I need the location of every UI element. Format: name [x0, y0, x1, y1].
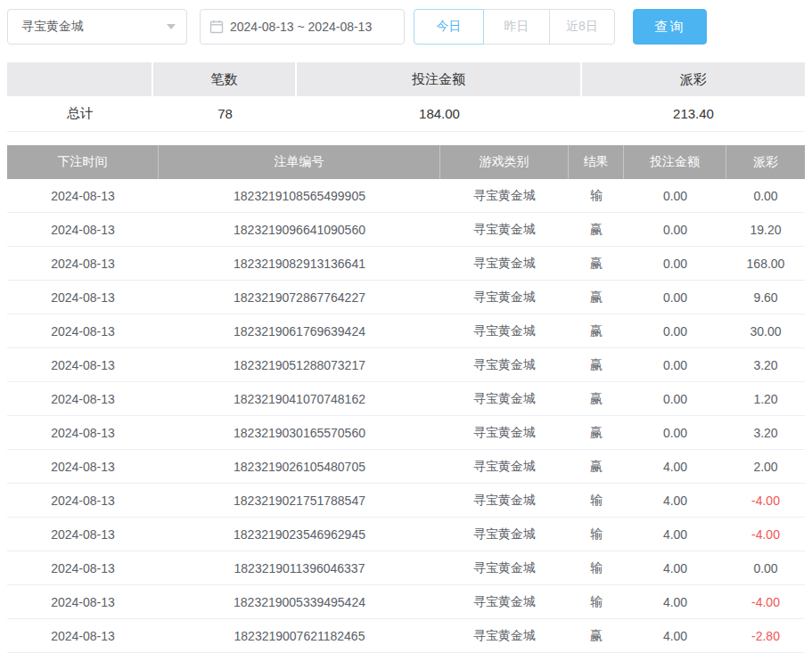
header-order-id: 注单编号: [159, 145, 440, 179]
summary-total-row: 总计 78 184.00 213.40: [7, 96, 805, 132]
cell-bet-time: 2024-08-13: [7, 348, 159, 382]
summary-total-payout: 213.40: [582, 96, 805, 132]
cell-result: 赢: [569, 416, 624, 450]
table-row: 2024-08-13 1823219061769639424 寻宝黄金城 赢 0…: [7, 314, 805, 348]
game-select[interactable]: 寻宝黄金城: [7, 9, 187, 45]
cell-order-id: 1823219007621182465: [159, 619, 440, 653]
header-bet-time: 下注时间: [7, 145, 159, 179]
summary-header-payout: 派彩: [582, 62, 805, 96]
cell-result: 赢: [569, 213, 624, 247]
chevron-down-icon: [167, 24, 176, 29]
cell-payout: 3.20: [726, 348, 805, 382]
cell-bet-time: 2024-08-13: [7, 247, 159, 281]
table-row: 2024-08-13 1823219021751788547 寻宝黄金城 输 4…: [7, 484, 805, 518]
quick-range-group: 今日 昨日 近8日: [414, 9, 615, 45]
cell-order-id: 1823219096641090560: [159, 213, 440, 247]
query-button[interactable]: 查询: [633, 9, 707, 45]
summary-header-row: 笔数 投注金额 派彩: [7, 62, 805, 96]
cell-game-type: 寻宝黄金城: [440, 382, 569, 416]
cell-order-id: 1823219108565499905: [159, 179, 440, 213]
cell-game-type: 寻宝黄金城: [440, 551, 569, 585]
summary-table: 笔数 投注金额 派彩 总计 78 184.00 213.40: [7, 62, 805, 132]
date-range-picker[interactable]: 2024-08-13 ~ 2024-08-13: [200, 9, 405, 45]
cell-bet-amount: 4.00: [624, 619, 726, 653]
summary-total-bet-amount: 184.00: [297, 96, 582, 132]
cell-payout: 19.20: [726, 213, 805, 247]
cell-bet-time: 2024-08-13: [7, 619, 159, 653]
table-row: 2024-08-13 1823219030165570560 寻宝黄金城 赢 0…: [7, 416, 805, 450]
cell-order-id: 1823219051288073217: [159, 348, 440, 382]
cell-bet-amount: 0.00: [624, 348, 726, 382]
cell-order-id: 1823219030165570560: [159, 416, 440, 450]
cell-bet-time: 2024-08-13: [7, 518, 159, 551]
summary-header-empty: [7, 62, 153, 96]
cell-game-type: 寻宝黄金城: [440, 213, 569, 247]
cell-game-type: 寻宝黄金城: [440, 281, 569, 314]
table-row: 2024-08-13 1823219007621182465 寻宝黄金城 赢 4…: [7, 619, 805, 653]
bet-records-table: 下注时间 注单编号 游戏类别 结果 投注金额 派彩 2024-08-13 182…: [7, 145, 805, 653]
cell-payout: 0.00: [726, 551, 805, 585]
date-range-value: 2024-08-13 ~ 2024-08-13: [230, 20, 372, 34]
cell-game-type: 寻宝黄金城: [440, 484, 569, 518]
cell-game-type: 寻宝黄金城: [440, 585, 569, 619]
cell-result: 输: [569, 585, 624, 619]
table-row: 2024-08-13 1823219005339495424 寻宝黄金城 输 4…: [7, 585, 805, 619]
cell-bet-amount: 0.00: [624, 179, 726, 213]
cell-bet-time: 2024-08-13: [7, 213, 159, 247]
cell-result: 赢: [569, 247, 624, 281]
table-row: 2024-08-13 1823219072867764227 寻宝黄金城 赢 0…: [7, 281, 805, 314]
cell-payout: -4.00: [726, 585, 805, 619]
game-select-value: 寻宝黄金城: [21, 19, 167, 35]
cell-game-type: 寻宝黄金城: [440, 314, 569, 348]
header-bet-amount: 投注金额: [624, 145, 726, 179]
cell-bet-time: 2024-08-13: [7, 179, 159, 213]
cell-order-id: 1823219082913136641: [159, 247, 440, 281]
cell-order-id: 1823219023546962945: [159, 518, 440, 551]
table-row: 2024-08-13 1823219108565499905 寻宝黄金城 输 0…: [7, 179, 805, 213]
cell-result: 赢: [569, 348, 624, 382]
cell-bet-amount: 0.00: [624, 281, 726, 314]
cell-order-id: 1823219005339495424: [159, 585, 440, 619]
cell-bet-amount: 4.00: [624, 450, 726, 484]
cell-bet-time: 2024-08-13: [7, 382, 159, 416]
table-row: 2024-08-13 1823219026105480705 寻宝黄金城 赢 4…: [7, 450, 805, 484]
today-button[interactable]: 今日: [414, 9, 484, 45]
cell-payout: 1.20: [726, 382, 805, 416]
toolbar: 寻宝黄金城 2024-08-13 ~ 2024-08-13 今日 昨日 近8日 …: [0, 0, 812, 45]
cell-bet-amount: 0.00: [624, 314, 726, 348]
cell-bet-amount: 4.00: [624, 585, 726, 619]
cell-bet-amount: 0.00: [624, 247, 726, 281]
cell-bet-amount: 4.00: [624, 484, 726, 518]
summary-header-bet-amount: 投注金额: [297, 62, 582, 96]
cell-payout: 2.00: [726, 450, 805, 484]
cell-bet-time: 2024-08-13: [7, 281, 159, 314]
cell-bet-amount: 4.00: [624, 551, 726, 585]
table-row: 2024-08-13 1823219096641090560 寻宝黄金城 赢 0…: [7, 213, 805, 247]
cell-bet-time: 2024-08-13: [7, 551, 159, 585]
cell-game-type: 寻宝黄金城: [440, 416, 569, 450]
cell-payout: 3.20: [726, 416, 805, 450]
cell-order-id: 1823219072867764227: [159, 281, 440, 314]
header-game-type: 游戏类别: [440, 145, 569, 179]
yesterday-button[interactable]: 昨日: [483, 9, 550, 45]
cell-bet-time: 2024-08-13: [7, 484, 159, 518]
cell-game-type: 寻宝黄金城: [440, 518, 569, 551]
last-8-days-button[interactable]: 近8日: [549, 9, 615, 45]
header-result: 结果: [569, 145, 624, 179]
cell-payout: -2.80: [726, 619, 805, 653]
cell-bet-amount: 0.00: [624, 213, 726, 247]
header-payout: 派彩: [726, 145, 805, 179]
cell-bet-time: 2024-08-13: [7, 314, 159, 348]
cell-payout: 0.00: [726, 179, 805, 213]
table-row: 2024-08-13 1823219051288073217 寻宝黄金城 赢 0…: [7, 348, 805, 382]
cell-payout: 168.00: [726, 247, 805, 281]
cell-bet-amount: 4.00: [624, 518, 726, 551]
summary-header-count: 笔数: [153, 62, 297, 96]
cell-payout: 30.00: [726, 314, 805, 348]
cell-order-id: 1823219011396046337: [159, 551, 440, 585]
table-row: 2024-08-13 1823219011396046337 寻宝黄金城 输 4…: [7, 551, 805, 585]
cell-result: 赢: [569, 382, 624, 416]
cell-game-type: 寻宝黄金城: [440, 450, 569, 484]
cell-result: 赢: [569, 314, 624, 348]
cell-order-id: 1823219061769639424: [159, 314, 440, 348]
